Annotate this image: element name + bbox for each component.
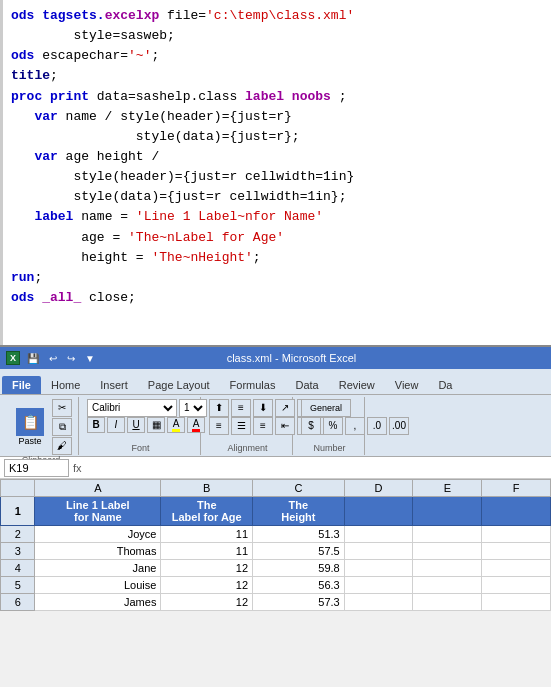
decrease-indent-button[interactable]: ⇤ — [275, 417, 295, 435]
tab-home[interactable]: Home — [41, 376, 90, 394]
row-num-2: 2 — [1, 526, 35, 543]
formula-bar: fx — [0, 457, 551, 479]
formula-input[interactable] — [86, 459, 547, 477]
comma-button[interactable]: , — [345, 417, 365, 435]
alignment-label: Alignment — [227, 443, 267, 453]
cell-4d — [344, 560, 413, 577]
cell-3b[interactable]: 11 — [161, 543, 253, 560]
italic-button[interactable]: I — [107, 417, 125, 433]
fx-label: fx — [73, 462, 82, 474]
table-row: 6 James 12 57.3 — [1, 594, 551, 611]
quick-dropdown-button[interactable]: ▼ — [82, 352, 98, 365]
code-line-10: style(data)={just=r cellwidth=1in}; — [11, 187, 543, 207]
cell-2c[interactable]: 51.3 — [253, 526, 345, 543]
code-line-1: ods tagsets.excelxp file='c:\temp\class.… — [11, 6, 543, 26]
ribbon-tabs[interactable]: File Home Insert Page Layout Formulas Da… — [0, 369, 551, 395]
code-line-15: ods _all_ close; — [11, 288, 543, 308]
decrease-decimal-button[interactable]: .0 — [367, 417, 387, 435]
number-format-select[interactable]: General — [301, 399, 351, 417]
cell-5b[interactable]: 12 — [161, 577, 253, 594]
header-cell-b[interactable]: TheLabel for Age — [161, 497, 253, 526]
font-row2: B I U ▦ A A — [87, 417, 205, 433]
tab-file[interactable]: File — [2, 376, 41, 394]
col-header-a[interactable]: A — [35, 480, 161, 497]
cell-6c[interactable]: 57.3 — [253, 594, 345, 611]
header-cell-c[interactable]: TheHeight — [253, 497, 345, 526]
border-button[interactable]: ▦ — [147, 417, 165, 433]
currency-button[interactable]: $ — [301, 417, 321, 435]
cell-5c[interactable]: 56.3 — [253, 577, 345, 594]
row-num-1: 1 — [1, 497, 35, 526]
header-cell-d — [344, 497, 413, 526]
text-angle-button[interactable]: ↗ — [275, 399, 295, 417]
col-header-c[interactable]: C — [253, 480, 345, 497]
col-header-b[interactable]: B — [161, 480, 253, 497]
code-editor: ods tagsets.excelxp file='c:\temp\class.… — [0, 0, 551, 345]
cell-4a[interactable]: Jane — [35, 560, 161, 577]
tab-page-layout[interactable]: Page Layout — [138, 376, 220, 394]
tab-review[interactable]: Review — [329, 376, 385, 394]
cell-reference-input[interactable] — [4, 459, 69, 477]
align-left-button[interactable]: ≡ — [209, 417, 229, 435]
bold-button[interactable]: B — [87, 417, 105, 433]
cell-6b[interactable]: 12 — [161, 594, 253, 611]
align-middle-button[interactable]: ≡ — [231, 399, 251, 417]
code-line-12: age = 'The~nLabel for Age' — [11, 228, 543, 248]
row-num-3: 3 — [1, 543, 35, 560]
cell-5a[interactable]: Louise — [35, 577, 161, 594]
code-line-14: run; — [11, 268, 543, 288]
paste-button[interactable]: 📋 Paste — [10, 406, 50, 448]
col-header-d[interactable]: D — [344, 480, 413, 497]
tab-da[interactable]: Da — [428, 376, 462, 394]
tab-view[interactable]: View — [385, 376, 429, 394]
table-header-row: 1 Line 1 Labelfor Name TheLabel for Age … — [1, 497, 551, 526]
header-cell-f — [482, 497, 551, 526]
copy-button[interactable]: ⧉ — [52, 418, 72, 436]
font-name-select[interactable]: Calibri — [87, 399, 177, 417]
cell-4b[interactable]: 12 — [161, 560, 253, 577]
quick-undo-button[interactable]: ↩ — [46, 352, 60, 365]
paste-label: Paste — [18, 436, 41, 446]
col-header-e[interactable]: E — [413, 480, 482, 497]
underline-button[interactable]: U — [127, 417, 145, 433]
tab-data[interactable]: Data — [285, 376, 328, 394]
code-line-9: style(header)={just=r cellwidth=1in} — [11, 167, 543, 187]
table-row: 4 Jane 12 59.8 — [1, 560, 551, 577]
cell-4c[interactable]: 59.8 — [253, 560, 345, 577]
code-line-8: var age height / — [11, 147, 543, 167]
cell-2b[interactable]: 11 — [161, 526, 253, 543]
cell-4f — [482, 560, 551, 577]
table-row: 2 Joyce 11 51.3 — [1, 526, 551, 543]
fill-color-button[interactable]: A — [167, 417, 185, 433]
cell-3a[interactable]: Thomas — [35, 543, 161, 560]
data-table: A B C D E F 1 Line 1 Labelfor Name TheLa… — [0, 479, 551, 611]
number-group: General $ % , .0 .00 Number — [295, 397, 365, 455]
percent-button[interactable]: % — [323, 417, 343, 435]
format-painter-button[interactable]: 🖌 — [52, 437, 72, 455]
cell-2a[interactable]: Joyce — [35, 526, 161, 543]
increase-decimal-button[interactable]: .00 — [389, 417, 409, 435]
row-num-5: 5 — [1, 577, 35, 594]
header-cell-a[interactable]: Line 1 Labelfor Name — [35, 497, 161, 526]
align-top-button[interactable]: ⬆ — [209, 399, 229, 417]
quick-redo-button[interactable]: ↪ — [64, 352, 78, 365]
cell-3c[interactable]: 57.5 — [253, 543, 345, 560]
align-bottom-button[interactable]: ⬇ — [253, 399, 273, 417]
clipboard-top: 📋 Paste ✂ ⧉ 🖌 — [10, 399, 72, 455]
quick-save-button[interactable]: 💾 — [24, 352, 42, 365]
code-line-6: var name / style(header)={just=r} — [11, 107, 543, 127]
col-header-f[interactable]: F — [482, 480, 551, 497]
table-row: 3 Thomas 11 57.5 — [1, 543, 551, 560]
tab-formulas[interactable]: Formulas — [220, 376, 286, 394]
cell-6a[interactable]: James — [35, 594, 161, 611]
align-right-button[interactable]: ≡ — [253, 417, 273, 435]
clipboard-group: 📋 Paste ✂ ⧉ 🖌 Clipboard — [4, 397, 79, 455]
excel-title: class.xml - Microsoft Excel — [227, 352, 357, 364]
cut-button[interactable]: ✂ — [52, 399, 72, 417]
excel-titlebar: X 💾 ↩ ↪ ▼ class.xml - Microsoft Excel — [0, 347, 551, 369]
cell-3e — [413, 543, 482, 560]
code-line-11: label name = 'Line 1 Label~nfor Name' — [11, 207, 543, 227]
align-center-button[interactable]: ☰ — [231, 417, 251, 435]
tab-insert[interactable]: Insert — [90, 376, 138, 394]
number-row2: $ % , .0 .00 — [301, 417, 409, 435]
